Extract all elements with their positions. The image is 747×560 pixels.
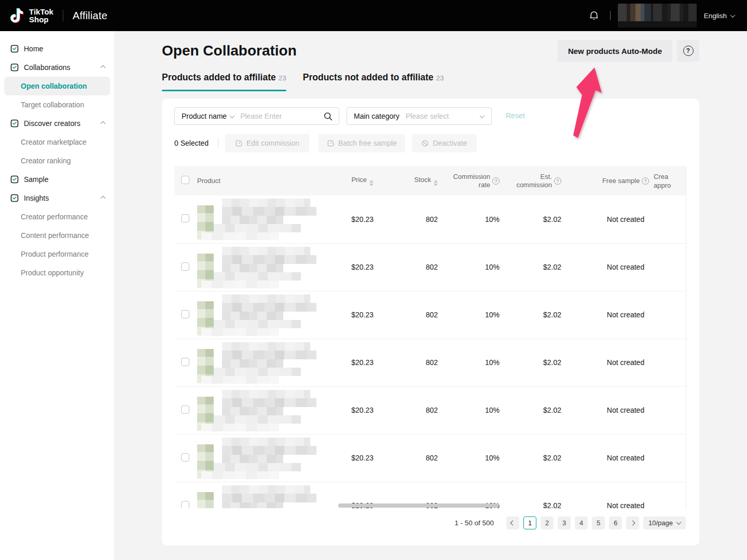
tab-products-not-added[interactable]: Products not added to affiliate 23 bbox=[303, 72, 444, 91]
table-row[interactable]: $20.23 802 10% $2.02 Not created bbox=[174, 291, 686, 339]
stock-cell: 802 bbox=[374, 434, 438, 482]
top-header: TikTok Shop Affiliate English bbox=[0, 0, 747, 31]
search-icon[interactable] bbox=[324, 112, 333, 121]
user-account-blurred[interactable] bbox=[618, 4, 697, 27]
sidebar-item-insights[interactable]: Insights bbox=[0, 189, 114, 207]
product-title: Affiliate bbox=[73, 10, 107, 22]
select-all-checkbox[interactable] bbox=[181, 176, 189, 184]
sort-icon[interactable] bbox=[434, 180, 438, 186]
sidebar-item-home[interactable]: Home bbox=[0, 39, 114, 58]
sidebar-item-collaborations[interactable]: Collaborations bbox=[0, 58, 114, 77]
creator-approval-cell bbox=[654, 291, 686, 339]
brand-line1: TikTok bbox=[29, 8, 53, 16]
edit-commission-button[interactable]: Edit commission bbox=[225, 134, 309, 152]
collaborations-icon bbox=[10, 63, 19, 72]
sidebar-item-sample[interactable]: Sample bbox=[0, 170, 114, 189]
language-selector[interactable]: English bbox=[704, 12, 735, 20]
pagination-page-1[interactable]: 1 bbox=[523, 516, 536, 529]
chevron-down-icon[interactable] bbox=[230, 113, 235, 118]
main-category-select[interactable]: Main category Please select bbox=[347, 107, 492, 125]
price-cell: $20.23 bbox=[317, 291, 374, 339]
sidebar-item-open-collaboration[interactable]: Open collaboration bbox=[4, 77, 110, 95]
tab-products-added[interactable]: Products added to affiliate 23 bbox=[162, 72, 286, 91]
column-price[interactable]: Price bbox=[317, 166, 374, 195]
tiktok-logo-icon bbox=[8, 6, 26, 25]
row-checkbox[interactable] bbox=[181, 262, 189, 271]
sidebar-item-creator-performance[interactable]: Creator performance bbox=[0, 207, 114, 226]
table-row[interactable]: $20.23 802 10% $2.02 Not created bbox=[174, 386, 686, 434]
pagination-next-button[interactable] bbox=[626, 516, 639, 529]
row-checkbox[interactable] bbox=[181, 501, 189, 509]
est-commission-cell: $2.02 bbox=[500, 243, 561, 291]
pagination-page-4[interactable]: 4 bbox=[575, 516, 588, 529]
creator-approval-cell bbox=[654, 482, 686, 508]
question-circle-icon[interactable]: ? bbox=[642, 177, 649, 185]
creator-approval-cell bbox=[654, 243, 686, 291]
chevron-up-icon bbox=[101, 121, 106, 126]
row-checkbox[interactable] bbox=[181, 405, 189, 414]
stock-cell: 802 bbox=[374, 195, 438, 243]
column-stock[interactable]: Stock bbox=[374, 166, 438, 195]
table-row[interactable]: $20.23 802 10% $2.02 Not created bbox=[174, 339, 686, 386]
product-name-search-field[interactable]: Product name bbox=[174, 107, 339, 125]
selected-count: 0 Selected bbox=[174, 134, 209, 152]
sidebar-item-discover-creators[interactable]: Discover creators bbox=[0, 114, 114, 133]
sidebar-item-creator-ranking[interactable]: Creator ranking bbox=[0, 151, 114, 170]
product-cell-blurred bbox=[197, 342, 316, 385]
est-commission-cell: $2.02 bbox=[500, 386, 561, 434]
sidebar-item-product-opportunity[interactable]: Product opportunity bbox=[0, 263, 114, 282]
page-size-select[interactable]: 10/page bbox=[643, 516, 686, 529]
products-table-viewport: Product Price Stock Commission rate? Est… bbox=[174, 166, 686, 508]
table-row[interactable]: $20.23 802 10% $2.02 Not created bbox=[174, 243, 686, 291]
pagination-page-2[interactable]: 2 bbox=[541, 516, 554, 529]
sidebar-item-target-collaboration[interactable]: Target collaboration bbox=[0, 95, 114, 114]
row-checkbox[interactable] bbox=[181, 310, 189, 318]
brand-line2: Shop bbox=[29, 16, 53, 23]
free-sample-cell: Not created bbox=[561, 243, 654, 291]
sidebar-item-label: Open collaboration bbox=[21, 82, 101, 90]
button-label: Deactivate bbox=[433, 139, 467, 147]
button-label: Edit commission bbox=[246, 139, 299, 147]
stock-cell: 802 bbox=[374, 386, 438, 434]
free-sample-cell: Not created bbox=[561, 482, 654, 508]
row-checkbox[interactable] bbox=[181, 453, 189, 461]
chevron-right-icon bbox=[630, 521, 635, 526]
header-divider bbox=[63, 10, 63, 21]
sort-icon[interactable] bbox=[369, 180, 374, 186]
chevron-left-icon bbox=[510, 521, 516, 526]
search-input[interactable] bbox=[240, 112, 324, 120]
tiktok-shop-logo[interactable]: TikTok Shop bbox=[8, 6, 53, 25]
pagination-page-5[interactable]: 5 bbox=[592, 516, 605, 529]
question-circle-icon[interactable]: ? bbox=[554, 177, 561, 185]
sidebar-item-label: Home bbox=[24, 45, 105, 53]
pagination-page-3[interactable]: 3 bbox=[558, 516, 571, 529]
sidebar-item-label: Insights bbox=[24, 194, 101, 202]
table-row[interactable]: $20.23 802 10% $2.02 Not created bbox=[174, 434, 686, 482]
button-label: Batch free sample bbox=[338, 139, 397, 147]
pagination-prev-button[interactable] bbox=[506, 516, 519, 529]
chevron-up-icon bbox=[101, 195, 106, 201]
est-commission-cell: $2.02 bbox=[500, 434, 561, 482]
question-circle-icon[interactable]: ? bbox=[492, 177, 500, 185]
question-circle-icon: ? bbox=[683, 46, 694, 56]
price-cell: $20.23 bbox=[317, 243, 374, 291]
commission-rate-cell: 10% bbox=[438, 195, 500, 243]
batch-free-sample-button[interactable]: Batch free sample bbox=[319, 134, 405, 152]
sidebar-item-product-performance[interactable]: Product performance bbox=[0, 245, 114, 263]
deactivate-button[interactable]: Deactivate bbox=[412, 134, 477, 152]
tab-bar: Products added to affiliate 23 Products … bbox=[162, 72, 444, 91]
pagination-page-6[interactable]: 6 bbox=[609, 516, 622, 529]
row-checkbox[interactable] bbox=[181, 214, 189, 222]
sidebar-item-creator-marketplace[interactable]: Creator marketplace bbox=[0, 133, 114, 151]
reset-filters-button[interactable]: Reset bbox=[506, 111, 525, 120]
sidebar-item-content-performance[interactable]: Content performance bbox=[0, 226, 114, 245]
table-row[interactable]: $20.23 802 10% $2.02 Not created bbox=[174, 195, 686, 243]
row-checkbox[interactable] bbox=[181, 358, 189, 366]
new-products-auto-mode-button[interactable]: New products Auto-Mode bbox=[558, 40, 672, 62]
sidebar-item-label: Collaborations bbox=[24, 63, 101, 72]
column-product: Product bbox=[197, 166, 317, 195]
bell-icon[interactable] bbox=[588, 9, 600, 22]
horizontal-scrollbar-thumb[interactable] bbox=[338, 503, 499, 508]
page-help-button[interactable]: ? bbox=[677, 40, 699, 62]
search-field-type-label[interactable]: Product name bbox=[182, 112, 227, 120]
